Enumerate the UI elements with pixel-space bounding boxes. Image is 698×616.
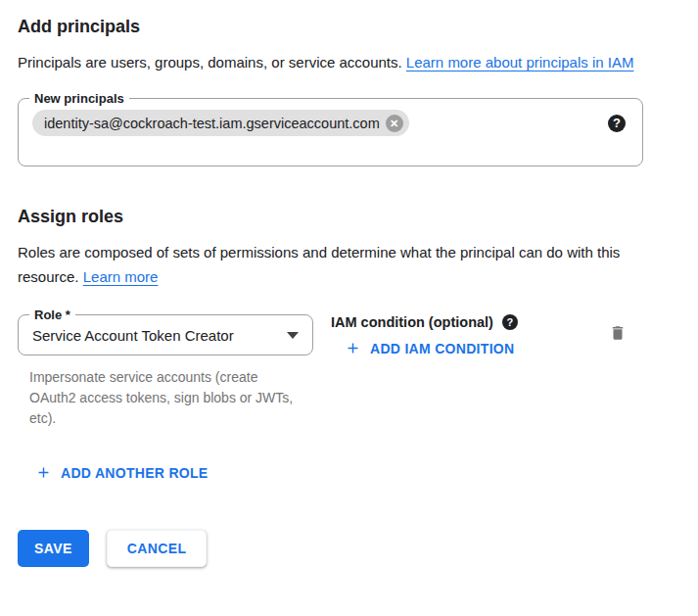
delete-role-button[interactable] [605,319,630,350]
principal-chip: identity-sa@cockroach-test.iam.gservicea… [32,110,409,136]
plus-icon [35,464,52,481]
save-button[interactable]: SAVE [18,530,89,567]
add-iam-condition-label: ADD IAM CONDITION [370,341,514,356]
role-select[interactable]: Role * Service Account Token Creator [18,314,313,355]
add-another-role-button[interactable]: ADD ANOTHER ROLE [27,458,216,487]
add-iam-condition-button[interactable]: ADD IAM CONDITION [337,334,522,362]
new-principals-help-icon[interactable]: ? [608,115,626,132]
principal-chip-text: identity-sa@cockroach-test.iam.gservicea… [44,116,380,131]
chip-remove-icon[interactable]: ✕ [386,115,403,132]
intro-text-static: Principals are users, groups, domains, o… [18,54,406,71]
assign-roles-description: Roles are composed of sets of permission… [18,240,659,289]
new-principals-label: New principals [29,91,129,107]
add-principals-panel: Add principals Principals are users, gro… [0,0,698,567]
assign-roles-title: Assign roles [18,206,680,227]
role-value: Service Account Token Creator [32,327,234,344]
iam-condition-label-row: IAM condition (optional) ? [331,314,605,330]
iam-condition-help-icon[interactable]: ? [502,314,518,330]
learn-more-principals-link[interactable]: Learn more about principals in IAM [406,54,634,71]
page-title: Add principals [18,16,680,37]
learn-more-roles-link[interactable]: Learn more [83,268,159,285]
iam-condition-column: IAM condition (optional) ? ADD IAM CONDI… [331,314,605,362]
role-row: Role * Service Account Token Creator Imp… [18,314,680,429]
trash-icon [609,323,627,343]
trash-column [605,314,680,350]
role-label: Role * [29,308,75,323]
cancel-button[interactable]: CANCEL [107,530,208,567]
plus-icon [345,340,361,356]
role-description: Impersonate service accounts (create OAu… [18,367,303,429]
action-row: SAVE CANCEL [18,530,680,567]
role-column: Role * Service Account Token Creator Imp… [18,314,313,429]
new-principals-field[interactable]: New principals identity-sa@cockroach-tes… [18,98,643,166]
intro-text: Principals are users, groups, domains, o… [18,50,659,74]
add-another-role-label: ADD ANOTHER ROLE [61,465,209,481]
iam-condition-label: IAM condition (optional) [331,314,493,330]
dropdown-arrow-icon [287,332,299,339]
